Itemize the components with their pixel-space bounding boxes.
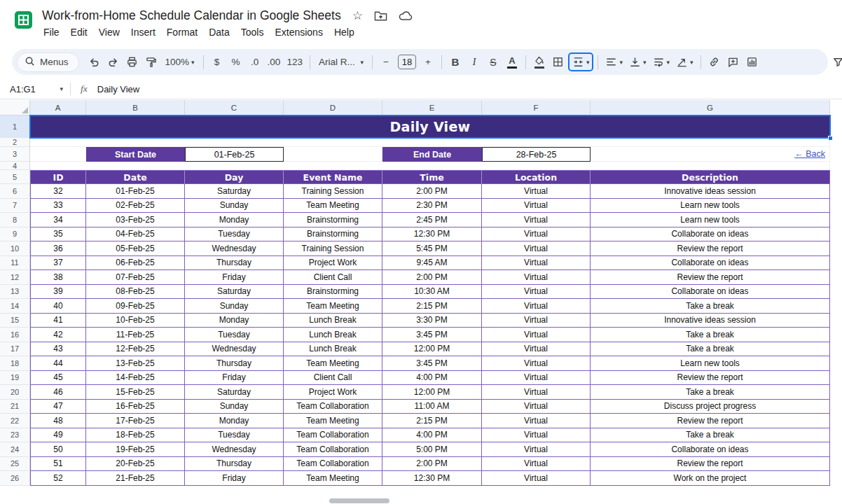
column-header-B[interactable]: B [86, 100, 185, 115]
increase-font-size-button[interactable]: + [419, 53, 437, 71]
cell-G10[interactable]: Review the report [591, 241, 830, 256]
column-header-location[interactable]: Location [482, 170, 591, 184]
row-header-1[interactable]: 1 [0, 115, 30, 138]
cell-A11[interactable]: 37 [30, 256, 86, 271]
cell-E8[interactable]: 2:45 PM [382, 213, 482, 227]
cell-C6[interactable]: Saturday [185, 184, 284, 199]
horizontal-scrollbar-thumb[interactable] [329, 498, 389, 503]
cell-E24[interactable]: 5:00 PM [382, 442, 482, 457]
cell-D14[interactable]: Team Meeting [284, 299, 382, 314]
column-header-D[interactable]: D [284, 100, 382, 115]
cell-C17[interactable]: Wednesday [185, 342, 284, 357]
cell-B12[interactable]: 07-Feb-25 [86, 270, 185, 285]
cell-F7[interactable]: Virtual [482, 199, 591, 214]
sheets-logo-icon[interactable] [14, 10, 33, 32]
insert-link-button[interactable] [705, 53, 724, 71]
cell-G19[interactable]: Review the report [591, 371, 830, 386]
cell-F22[interactable]: Virtual [482, 414, 591, 428]
merge-cells-button[interactable]: ▾ [568, 52, 594, 71]
cell-B13[interactable]: 08-Feb-25 [86, 285, 185, 300]
cell-D18[interactable]: Team Meeting [284, 356, 382, 371]
cell-A13[interactable]: 39 [30, 285, 86, 300]
row-header-13[interactable]: 13 [0, 285, 30, 300]
cell-G22[interactable]: Review the report [591, 414, 830, 428]
column-header-day[interactable]: Day [185, 170, 284, 184]
cell-E21[interactable]: 11:00 AM [382, 400, 482, 414]
cell-F8[interactable]: Virtual [482, 213, 591, 227]
name-box[interactable]: A1:G1 ▾ [0, 84, 70, 94]
daily-view-title-cell[interactable]: Daily View [30, 115, 830, 138]
cell-C20[interactable]: Saturday [185, 385, 284, 400]
document-title[interactable]: Work-from-Home Schedule Calendar in Goog… [42, 8, 341, 23]
cell-D21[interactable]: Team Collaboration [284, 400, 382, 414]
cell-G8[interactable]: Learn new tools [591, 213, 830, 227]
cell-A3[interactable] [30, 147, 86, 162]
cell-E12[interactable]: 2:00 PM [382, 270, 482, 285]
cell-E15[interactable]: 3:30 PM [382, 314, 482, 328]
cell-B16[interactable]: 11-Feb-25 [86, 328, 185, 342]
cell-A24[interactable]: 50 [30, 442, 86, 457]
row-header-21[interactable]: 21 [0, 400, 30, 414]
increase-decimal-button[interactable]: .00 [265, 53, 284, 71]
cell-E13[interactable]: 10:30 AM [382, 285, 482, 300]
cell-B15[interactable]: 10-Feb-25 [86, 314, 185, 328]
cell-A25[interactable]: 51 [30, 457, 86, 472]
cell-F9[interactable]: Virtual [482, 227, 591, 242]
move-folder-icon[interactable] [374, 10, 387, 22]
cell-E7[interactable]: 2:30 PM [382, 199, 482, 214]
cell-D22[interactable]: Team Meeting [284, 414, 382, 428]
column-header-date[interactable]: Date [86, 170, 185, 184]
cell-C16[interactable]: Tuesday [185, 328, 284, 342]
cell-A9[interactable]: 35 [30, 227, 86, 242]
menus-button[interactable]: Menus [17, 52, 79, 72]
cell-B18[interactable]: 13-Feb-25 [86, 356, 185, 371]
row-header-16[interactable]: 16 [0, 328, 30, 342]
cell-D26[interactable]: Team Meeting [284, 471, 382, 486]
cell-G14[interactable]: Take a break [591, 299, 830, 314]
end-date-label-cell[interactable]: End Date [382, 147, 482, 162]
column-header-id[interactable]: ID [30, 170, 86, 184]
cell-G25[interactable]: Review the report [591, 457, 830, 472]
cell-F10[interactable]: Virtual [482, 241, 591, 256]
cell-C11[interactable]: Thursday [185, 256, 284, 271]
cell-B11[interactable]: 06-Feb-25 [86, 256, 185, 271]
row-header-3[interactable]: 3 [0, 147, 30, 162]
font-family-selector[interactable]: Arial R... ▾ [315, 53, 368, 71]
cell-B9[interactable]: 04-Feb-25 [86, 227, 185, 242]
italic-button[interactable]: I [465, 53, 483, 71]
bold-button[interactable]: B [446, 53, 464, 71]
cell-A18[interactable]: 44 [30, 356, 86, 371]
column-header-C[interactable]: C [185, 100, 284, 115]
cell-F16[interactable]: Virtual [482, 328, 591, 342]
cell-E10[interactable]: 5:45 PM [382, 241, 482, 256]
cell-D13[interactable]: Brainstorming [284, 285, 382, 300]
cell-F18[interactable]: Virtual [482, 356, 591, 371]
column-header-F[interactable]: F [482, 100, 591, 115]
cell-E14[interactable]: 2:15 PM [382, 299, 482, 314]
row-header-15[interactable]: 15 [0, 314, 30, 328]
cell-E17[interactable]: 12:00 PM [382, 342, 482, 357]
cell-B22[interactable]: 17-Feb-25 [86, 414, 185, 428]
cell-E26[interactable]: 12:30 PM [382, 471, 482, 486]
cell-C21[interactable]: Sunday [185, 400, 284, 414]
column-header-description[interactable]: Description [591, 170, 830, 184]
cell-A12[interactable]: 38 [30, 270, 86, 285]
cell-G23[interactable]: Take a break [591, 428, 830, 443]
cell-F24[interactable]: Virtual [482, 442, 591, 457]
cell-F21[interactable]: Virtual [482, 400, 591, 414]
start-date-label-cell[interactable]: Start Date [86, 147, 185, 162]
menu-item-file[interactable]: File [42, 26, 65, 38]
menu-item-extensions[interactable]: Extensions [269, 26, 328, 38]
cell-A16[interactable]: 42 [30, 328, 86, 342]
strikethrough-button[interactable]: S [484, 53, 502, 71]
cell-B26[interactable]: 21-Feb-25 [86, 471, 185, 486]
cell-G17[interactable]: Take a break [591, 342, 830, 357]
row-header-23[interactable]: 23 [0, 428, 30, 443]
column-header-event-name[interactable]: Event Name [284, 170, 382, 184]
cell-C15[interactable]: Monday [185, 314, 284, 328]
cell-B21[interactable]: 16-Feb-25 [86, 400, 185, 414]
row-header-18[interactable]: 18 [0, 356, 30, 371]
row-header-2[interactable]: 2 [0, 138, 30, 147]
cell-B23[interactable]: 18-Feb-25 [86, 428, 185, 443]
cell-E25[interactable]: 2:00 PM [382, 457, 482, 472]
